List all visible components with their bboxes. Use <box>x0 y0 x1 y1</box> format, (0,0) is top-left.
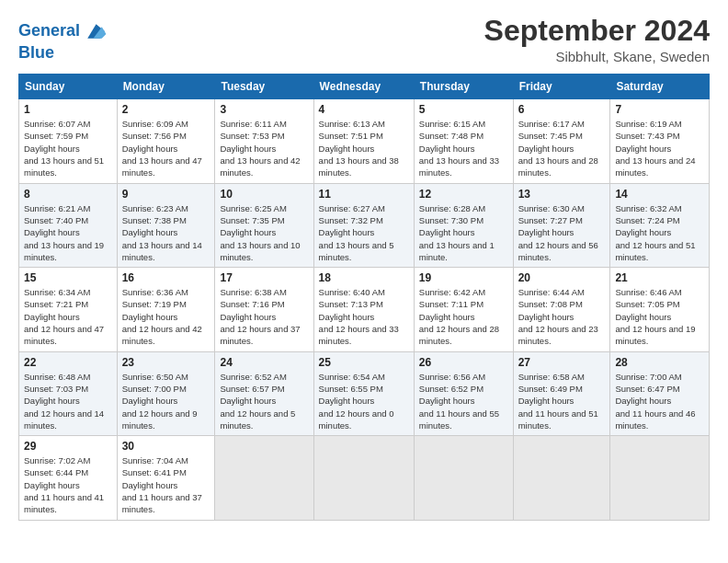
day-info: Sunrise: 6:09 AMSunset: 7:56 PMDaylight … <box>122 118 210 178</box>
day-number: 25 <box>319 356 409 369</box>
day-number: 28 <box>615 356 704 369</box>
day-number: 12 <box>419 188 508 201</box>
day-number: 4 <box>319 103 409 116</box>
day-info: Sunrise: 6:25 AMSunset: 7:35 PMDaylight … <box>220 202 308 263</box>
day-info: Sunrise: 6:58 AMSunset: 6:49 PMDaylight … <box>518 371 606 431</box>
page: General Blue September 2024 Sibbhult, Sk… <box>0 0 728 563</box>
calendar-cell: 3 Sunrise: 6:11 AMSunset: 7:53 PMDayligh… <box>215 99 313 183</box>
weekday-header-saturday: Saturday <box>610 75 710 99</box>
calendar-cell: 9 Sunrise: 6:23 AMSunset: 7:38 PMDayligh… <box>117 183 215 267</box>
day-number: 13 <box>518 188 606 201</box>
calendar-cell: 13 Sunrise: 6:30 AMSunset: 7:27 PMDaylig… <box>513 183 610 267</box>
calendar-week-3: 15 Sunrise: 6:34 AMSunset: 7:21 PMDaylig… <box>19 268 710 351</box>
calendar-week-5: 29 Sunrise: 7:02 AMSunset: 6:44 PMDaylig… <box>19 436 710 520</box>
day-number: 8 <box>24 188 112 201</box>
day-info: Sunrise: 6:38 AMSunset: 7:16 PMDaylight … <box>220 286 308 347</box>
calendar-cell: 28 Sunrise: 7:00 AMSunset: 6:47 PMDaylig… <box>610 351 710 435</box>
day-number: 26 <box>419 356 508 369</box>
day-number: 30 <box>122 440 210 453</box>
calendar-cell: 11 Sunrise: 6:27 AMSunset: 7:32 PMDaylig… <box>313 183 414 267</box>
day-number: 14 <box>615 188 704 201</box>
day-info: Sunrise: 6:56 AMSunset: 6:52 PMDaylight … <box>419 371 508 431</box>
day-number: 11 <box>319 188 409 201</box>
day-info: Sunrise: 6:34 AMSunset: 7:21 PMDaylight … <box>24 286 112 347</box>
calendar-cell: 18 Sunrise: 6:40 AMSunset: 7:13 PMDaylig… <box>313 268 414 351</box>
calendar-cell: 8 Sunrise: 6:21 AMSunset: 7:40 PMDayligh… <box>19 183 118 267</box>
logo-text: General <box>18 22 80 40</box>
day-number: 16 <box>122 271 210 284</box>
month-title: September 2024 <box>484 15 710 47</box>
day-info: Sunrise: 6:13 AMSunset: 7:51 PMDaylight … <box>319 118 409 178</box>
day-number: 20 <box>518 271 606 284</box>
day-info: Sunrise: 6:19 AMSunset: 7:43 PMDaylight … <box>615 118 704 178</box>
day-number: 5 <box>419 103 508 116</box>
day-info: Sunrise: 6:52 AMSunset: 6:57 PMDaylight … <box>220 371 308 431</box>
calendar-cell <box>215 436 313 520</box>
day-number: 22 <box>24 356 112 369</box>
day-info: Sunrise: 6:42 AMSunset: 7:11 PMDaylight … <box>419 286 508 347</box>
day-info: Sunrise: 6:17 AMSunset: 7:45 PMDaylight … <box>518 118 606 178</box>
calendar-cell: 21 Sunrise: 6:46 AMSunset: 7:05 PMDaylig… <box>610 268 710 351</box>
calendar-cell <box>513 436 610 520</box>
day-info: Sunrise: 6:54 AMSunset: 6:55 PMDaylight … <box>319 371 409 431</box>
calendar-table: SundayMondayTuesdayWednesdayThursdayFrid… <box>18 74 710 520</box>
weekday-header-sunday: Sunday <box>19 75 118 99</box>
day-number: 3 <box>220 103 308 116</box>
day-number: 29 <box>24 440 112 453</box>
calendar-cell: 7 Sunrise: 6:19 AMSunset: 7:43 PMDayligh… <box>610 99 710 183</box>
day-number: 19 <box>419 271 508 284</box>
calendar-cell <box>414 436 513 520</box>
day-info: Sunrise: 6:11 AMSunset: 7:53 PMDaylight … <box>220 118 308 178</box>
calendar-cell: 1 Sunrise: 6:07 AMSunset: 7:59 PMDayligh… <box>19 99 118 183</box>
day-info: Sunrise: 6:07 AMSunset: 7:59 PMDaylight … <box>24 118 112 178</box>
day-number: 2 <box>122 103 210 116</box>
calendar-cell: 25 Sunrise: 6:54 AMSunset: 6:55 PMDaylig… <box>313 351 414 435</box>
day-number: 21 <box>615 271 704 284</box>
calendar-cell: 23 Sunrise: 6:50 AMSunset: 7:00 PMDaylig… <box>117 351 215 435</box>
calendar-cell: 6 Sunrise: 6:17 AMSunset: 7:45 PMDayligh… <box>513 99 610 183</box>
day-number: 27 <box>518 356 606 369</box>
day-info: Sunrise: 6:40 AMSunset: 7:13 PMDaylight … <box>319 286 409 347</box>
day-info: Sunrise: 6:48 AMSunset: 7:03 PMDaylight … <box>24 371 112 431</box>
calendar-cell: 12 Sunrise: 6:28 AMSunset: 7:30 PMDaylig… <box>414 183 513 267</box>
calendar-cell <box>313 436 414 520</box>
calendar-cell: 29 Sunrise: 7:02 AMSunset: 6:44 PMDaylig… <box>19 436 118 520</box>
calendar-cell: 19 Sunrise: 6:42 AMSunset: 7:11 PMDaylig… <box>414 268 513 351</box>
logo-blue-text: Blue <box>18 44 108 63</box>
day-info: Sunrise: 7:00 AMSunset: 6:47 PMDaylight … <box>615 371 704 431</box>
weekday-header-monday: Monday <box>117 75 215 99</box>
day-info: Sunrise: 6:28 AMSunset: 7:30 PMDaylight … <box>419 202 508 263</box>
weekday-header-tuesday: Tuesday <box>215 75 313 99</box>
day-number: 23 <box>122 356 210 369</box>
calendar-cell: 15 Sunrise: 6:34 AMSunset: 7:21 PMDaylig… <box>19 268 118 351</box>
day-info: Sunrise: 6:15 AMSunset: 7:48 PMDaylight … <box>419 118 508 178</box>
day-info: Sunrise: 6:27 AMSunset: 7:32 PMDaylight … <box>319 202 409 263</box>
weekday-header-friday: Friday <box>513 75 610 99</box>
day-number: 24 <box>220 356 308 369</box>
day-number: 17 <box>220 271 308 284</box>
weekday-header-thursday: Thursday <box>414 75 513 99</box>
weekday-header-wednesday: Wednesday <box>313 75 414 99</box>
logo: General Blue <box>18 18 108 63</box>
day-info: Sunrise: 7:04 AMSunset: 6:41 PMDaylight … <box>122 454 210 515</box>
day-number: 7 <box>615 103 704 116</box>
location: Sibbhult, Skane, Sweden <box>484 49 710 64</box>
day-info: Sunrise: 6:46 AMSunset: 7:05 PMDaylight … <box>615 286 704 347</box>
day-info: Sunrise: 6:44 AMSunset: 7:08 PMDaylight … <box>518 286 606 347</box>
calendar-cell: 4 Sunrise: 6:13 AMSunset: 7:51 PMDayligh… <box>313 99 414 183</box>
day-info: Sunrise: 6:50 AMSunset: 7:00 PMDaylight … <box>122 371 210 431</box>
day-info: Sunrise: 7:02 AMSunset: 6:44 PMDaylight … <box>24 454 112 515</box>
day-number: 6 <box>518 103 606 116</box>
calendar-week-2: 8 Sunrise: 6:21 AMSunset: 7:40 PMDayligh… <box>19 183 710 267</box>
logo-icon <box>82 18 108 44</box>
calendar-week-4: 22 Sunrise: 6:48 AMSunset: 7:03 PMDaylig… <box>19 351 710 435</box>
day-info: Sunrise: 6:30 AMSunset: 7:27 PMDaylight … <box>518 202 606 263</box>
day-info: Sunrise: 6:23 AMSunset: 7:38 PMDaylight … <box>122 202 210 263</box>
calendar-cell: 10 Sunrise: 6:25 AMSunset: 7:35 PMDaylig… <box>215 183 313 267</box>
day-number: 15 <box>24 271 112 284</box>
calendar-cell: 24 Sunrise: 6:52 AMSunset: 6:57 PMDaylig… <box>215 351 313 435</box>
day-number: 10 <box>220 188 308 201</box>
weekday-header-row: SundayMondayTuesdayWednesdayThursdayFrid… <box>19 75 710 99</box>
calendar-cell: 26 Sunrise: 6:56 AMSunset: 6:52 PMDaylig… <box>414 351 513 435</box>
day-number: 9 <box>122 188 210 201</box>
